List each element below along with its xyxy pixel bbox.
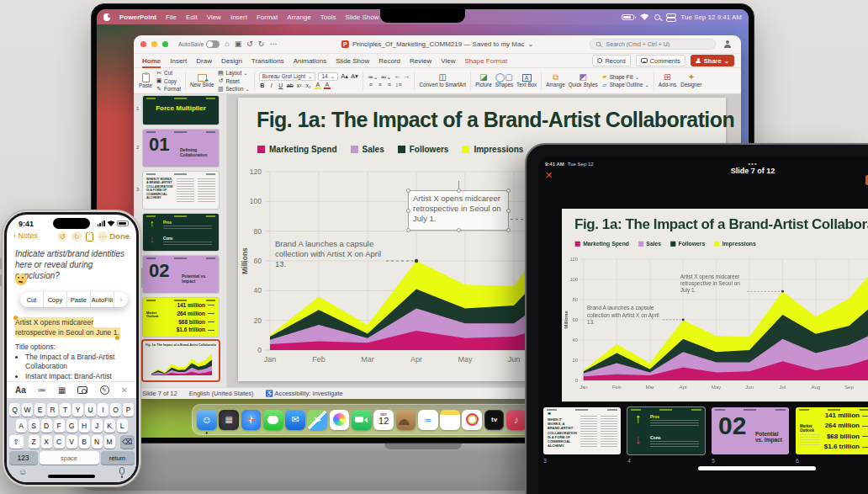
apple-logo-icon[interactable] (103, 13, 110, 21)
title-chevron-icon[interactable]: ⌄ (527, 40, 533, 48)
key-A[interactable]: A (16, 419, 27, 433)
camera-icon[interactable] (77, 386, 87, 394)
menu-arrange[interactable]: Arrange (287, 13, 310, 21)
account-icon[interactable] (723, 40, 731, 48)
done-button[interactable]: Done (109, 231, 130, 241)
paste-button[interactable]: Paste (139, 73, 152, 89)
key-C[interactable]: C (54, 435, 65, 449)
ipad-home-indicator[interactable] (698, 466, 816, 470)
align-center-button[interactable]: ≡ (377, 82, 384, 88)
quick-styles-button[interactable]: ◩Quick Styles (569, 73, 598, 88)
resize-handle[interactable] (457, 228, 461, 232)
language-status[interactable]: English (United States) (189, 390, 254, 397)
annotation-artist-x-textbox[interactable]: Artist X opens midcareer retrospective i… (408, 190, 509, 231)
key-O[interactable]: O (110, 403, 121, 417)
dock-photos[interactable] (330, 410, 350, 430)
slide-thumbnail-5[interactable]: 02 Potential vs. Impact (143, 256, 219, 293)
search-input[interactable] (605, 40, 710, 48)
bullet-list-button[interactable]: ≔⌄ (368, 74, 378, 81)
undo-icon[interactable]: ↺ (57, 231, 67, 242)
control-center-icon[interactable] (666, 13, 675, 20)
battery-icon[interactable] (622, 14, 634, 20)
underline-button[interactable]: U (278, 82, 284, 88)
arrange-button[interactable]: ⧉Arrange (546, 73, 564, 88)
close-slideshow-button[interactable]: ✕ (545, 171, 553, 180)
slide-thumbnail-2[interactable]: 01 Defining Collaboration (143, 130, 219, 167)
ipad-thumbnail-4[interactable]: ↑ Pros ↓ Cons (627, 407, 705, 454)
key-E[interactable]: E (34, 403, 45, 417)
zoom-window-button[interactable] (162, 41, 168, 47)
comments-button[interactable]: Comments (636, 55, 685, 66)
slide-counter[interactable]: Slide 7 of 12 (142, 390, 177, 397)
selection-handle-start[interactable] (13, 316, 18, 320)
key-K[interactable]: K (104, 419, 115, 433)
space-key[interactable]: space (40, 451, 99, 465)
font-color-button[interactable]: A (324, 82, 331, 89)
tab-slide-show[interactable]: Slide Show (336, 56, 369, 66)
dock-finder[interactable]: ☺ (197, 410, 217, 430)
context-cut[interactable]: Cut (20, 292, 44, 307)
close-window-button[interactable] (140, 41, 146, 47)
ipad-thumbnail-3[interactable]: ❝ WHEN IT WORKS, A BRAND-ARTIST COLLABOR… (543, 407, 621, 454)
key-N[interactable]: N (92, 435, 103, 449)
redo-icon[interactable]: ↻ (258, 40, 265, 48)
shrink-font-icon[interactable]: A▾ (351, 72, 358, 81)
slide-thumbnail-4[interactable]: ↑ Pros ↓ Cons (143, 214, 219, 251)
shape-outline-button[interactable]: ▱Shape Outline ⌄ (601, 82, 649, 88)
resize-handle[interactable] (506, 209, 511, 213)
menu-file[interactable]: File (166, 13, 177, 21)
slide-thumbnail-6[interactable]: Market Outlook 141 million264 million$68… (143, 298, 219, 337)
menu-clock[interactable]: Tue Sep 12 9:41 AM (680, 13, 742, 21)
dock-contacts[interactable] (396, 410, 416, 430)
tab-review[interactable]: Review (410, 56, 431, 66)
format-text-icon[interactable]: Aa (15, 385, 26, 395)
record-button[interactable]: Record (592, 55, 630, 66)
home-icon[interactable]: ⌂ (225, 40, 229, 48)
dock-safari[interactable] (241, 410, 262, 430)
spotlight-search-icon[interactable] (654, 14, 660, 20)
key-Z[interactable]: Z (29, 435, 40, 449)
dock-facetime[interactable] (352, 410, 372, 430)
ipad-thumbnail-6[interactable]: Market Outlook 141 million264 million$68… (796, 407, 868, 454)
resize-handle[interactable] (406, 228, 410, 232)
menu-edit[interactable]: Edit (186, 13, 198, 21)
new-slide-button[interactable]: New Slide (190, 74, 214, 88)
tab-animations[interactable]: Animations (294, 56, 327, 66)
key-D[interactable]: D (41, 419, 52, 433)
key-P[interactable]: P (123, 403, 134, 417)
dock-fitness[interactable] (462, 410, 482, 430)
key-G[interactable]: G (66, 419, 77, 433)
dock-notes[interactable] (440, 410, 460, 430)
copy-button[interactable]: ▣Copy (156, 77, 181, 84)
more-options-icon[interactable]: ⋯ (98, 231, 108, 242)
key-H[interactable]: H (79, 419, 90, 433)
share-button[interactable]: Share⌄ (691, 55, 734, 66)
line-spacing-button[interactable]: ↕≡ (395, 82, 402, 88)
increase-indent-button[interactable]: ⇥ (403, 74, 410, 81)
note-selected-sentence[interactable]: Artist X opens midcareer retrospective i… (15, 317, 135, 338)
redo-icon[interactable]: ↻ (71, 231, 82, 242)
dock-maps[interactable]: ➤ (307, 410, 327, 430)
wifi-icon[interactable] (640, 13, 648, 20)
font-name-select[interactable]: Bureau Grot Light⌄ (259, 72, 316, 81)
checklist-icon[interactable]: ≔ (38, 385, 46, 395)
key-I[interactable]: I (98, 403, 108, 417)
bold-button[interactable]: B (259, 82, 266, 88)
context-paste[interactable]: Paste (67, 292, 91, 307)
tab-design[interactable]: Design (221, 56, 242, 66)
slide-thumbnail-1[interactable]: Force Multiplier (143, 96, 219, 125)
convert-smartart-button[interactable]: ◫Convert to SmartArt (419, 70, 466, 92)
align-left-button[interactable]: ≡ (368, 82, 374, 88)
tab-transitions[interactable]: Transitions (251, 56, 284, 66)
key-T[interactable]: T (60, 403, 71, 417)
dock-reminders[interactable] (418, 410, 438, 430)
resize-handle[interactable] (506, 189, 511, 193)
dock-mail[interactable]: ✉ (285, 410, 305, 430)
selection-handle-end[interactable] (115, 336, 119, 340)
shift-key[interactable]: ⇧ (9, 435, 24, 449)
dictation-mic-icon[interactable] (119, 467, 124, 475)
tab-home[interactable]: Home (142, 56, 161, 66)
key-X[interactable]: X (41, 435, 52, 449)
key-Q[interactable]: Q (9, 403, 20, 417)
menu-tools[interactable]: Tools (320, 13, 336, 21)
